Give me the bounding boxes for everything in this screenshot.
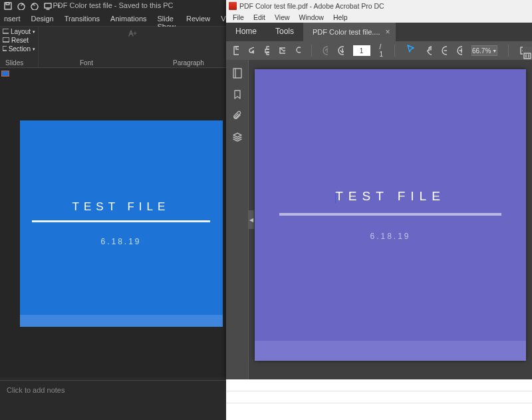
svg-rect-5 [3,46,7,51]
acrobat-menubar: File Edit View Window Help [226,12,532,23]
acrobat-toolbar: / 1 66.7%▼ [226,41,532,60]
svg-point-19 [297,47,301,53]
tab-tools[interactable]: Tools [266,23,303,41]
attachments-icon[interactable] [232,110,243,121]
slide-thumbnail-1[interactable] [1,71,9,77]
acrobat-navpane [226,60,249,379]
slide-footer-bar [20,315,223,327]
quick-access-toolbar: ▾ [0,0,226,12]
slide-title[interactable]: TEST FILE [72,200,170,214]
svg-rect-17 [267,52,269,55]
notes-pane[interactable]: Click to add notes [0,380,226,420]
menu-file[interactable]: File [229,13,248,22]
tab-home[interactable]: Home [226,23,266,41]
menu-view[interactable]: View [271,13,294,22]
zoom-out-icon[interactable] [441,45,447,56]
background-strip [226,391,532,403]
document-tab[interactable]: PDF Color test file.... × [303,23,396,41]
pdf-page-footer-bar [255,341,526,361]
zoom-value: 66.7% [472,47,491,55]
email-icon[interactable] [279,45,285,56]
svg-rect-26 [233,69,241,78]
close-tab-icon[interactable]: × [386,27,390,37]
search-icon[interactable] [295,45,301,56]
tab-transitions[interactable]: Transitions [61,12,104,26]
toolbar-separator [311,45,312,57]
page-number-input[interactable] [353,45,370,56]
slide-canvas[interactable]: TEST FILE 6.18.19 [11,69,226,377]
zoom-in-icon[interactable] [456,45,462,56]
background-window [226,379,532,420]
acrobat-window: PDF Color test file.pdf - Adobe Acrobat … [226,0,532,379]
acrobat-nav-tabs: Home Tools PDF Color test file.... × [226,23,532,41]
menu-help[interactable]: Help [329,13,352,22]
zoom-level-dropdown[interactable]: 66.7%▼ [471,45,497,56]
redo-icon[interactable] [31,2,39,10]
thumbnails-icon[interactable] [232,68,243,79]
slide-thumbnail-panel [0,69,11,377]
acrobat-titlebar: PDF Color test file.pdf - Adobe Acrobat … [226,0,532,12]
pdf-page-date[interactable]: 6.18.19 [370,232,410,241]
powerpoint-body: TEST FILE 6.18.19 [0,69,226,377]
hand-tool-icon[interactable] [426,45,432,56]
chevron-down-icon: ▼ [492,49,497,53]
section-label: Section [9,45,31,53]
slide-1[interactable]: TEST FILE 6.18.19 [20,120,223,327]
group-label-paragraph: Paragraph [173,59,204,67]
svg-rect-16 [267,47,269,49]
acrobat-window-title: PDF Color test file.pdf - Adobe Acrobat … [239,2,384,10]
reset-label: Reset [11,37,29,44]
section-button[interactable]: Section▾ [3,45,35,53]
slide-divider [32,220,210,222]
next-page-icon[interactable] [337,45,343,56]
group-label-font: Font [80,59,93,67]
svg-rect-3 [3,29,9,33]
svg-rect-2 [45,3,51,8]
undo-icon[interactable] [17,2,25,10]
navpane-collapse-handle[interactable]: ◀ [249,210,254,229]
save-icon[interactable] [4,2,12,10]
acrobat-canvas[interactable]: ◀ TEST FILE 6.18.19 [249,60,532,379]
page-total-label: / 1 [380,43,384,58]
bookmarks-icon[interactable] [232,89,243,100]
pdf-page-title[interactable]: TEST FILE [335,189,446,204]
ribbon: Layout▾ Reset Section▾ [0,27,226,68]
layout-button[interactable]: Layout▾ [3,28,35,35]
pdf-app-icon [229,2,237,10]
tab-animations[interactable]: Animations [106,12,150,26]
svg-rect-25 [524,53,531,59]
pdf-page-divider [279,213,502,216]
print-icon[interactable] [263,45,269,56]
menu-window[interactable]: Window [295,13,328,22]
fit-page-icon [523,52,531,60]
cloud-icon[interactable] [248,45,254,56]
start-slideshow-icon[interactable] [44,2,52,10]
powerpoint-window: ▾ PDF Color test file - Saved to this PC… [0,0,226,420]
background-strip [226,379,532,391]
tab-design[interactable]: Design [27,12,57,26]
slide-date[interactable]: 6.18.19 [100,237,141,246]
toolbar-separator [508,45,509,57]
layout-label: Layout [11,28,31,35]
selection-tool-icon[interactable] [406,44,416,55]
toolbar-separator [394,45,395,57]
ribbon-tabs: nsert Design Transitions Animations Slid… [0,12,226,27]
prev-page-icon[interactable] [322,45,328,56]
svg-rect-14 [236,47,239,49]
menu-edit[interactable]: Edit [249,13,269,22]
document-tab-label: PDF Color test file.... [313,28,380,36]
tab-review[interactable]: Review [182,12,214,26]
layers-icon[interactable] [232,132,243,142]
reset-button[interactable]: Reset [3,37,35,44]
svg-rect-4 [3,37,9,42]
qat-more-icon[interactable]: ▾ [57,3,61,9]
notes-placeholder: Click to add notes [7,386,65,394]
svg-rect-1 [6,3,9,5]
tab-insert[interactable]: nsert [0,12,24,26]
group-label-slides: Slides [5,59,23,67]
tab-slideshow[interactable]: Slide Show [154,12,180,26]
pdf-page-1[interactable]: TEST FILE 6.18.19 [255,69,526,361]
acrobat-main: ◀ TEST FILE 6.18.19 [226,60,532,379]
save-icon[interactable] [233,45,239,56]
